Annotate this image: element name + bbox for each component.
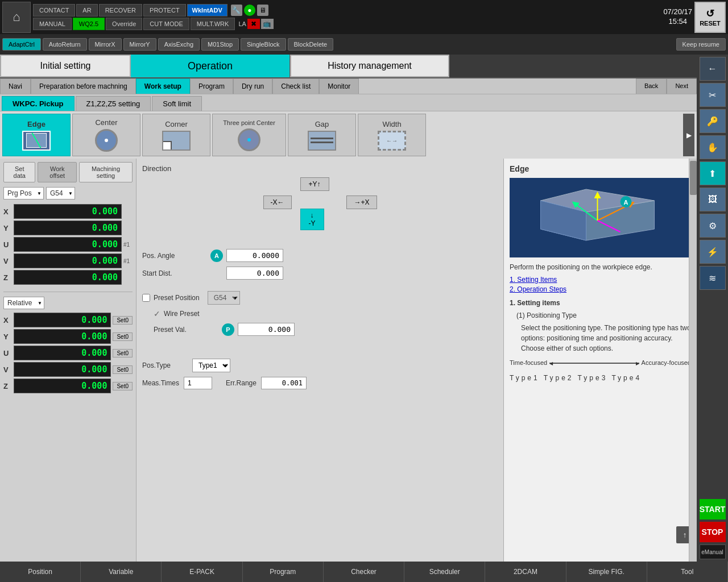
subtab-z-setting[interactable]: Z1,Z2,Z5 setting (76, 96, 151, 111)
pos-type-dropdown[interactable]: Type1 Type2 Type3 Type4 (192, 359, 230, 372)
g54-select-wrap[interactable]: G54 (46, 187, 75, 199)
toolbar-m01stop[interactable]: M01Stop (201, 38, 239, 51)
help-scrollbar-thumb[interactable] (690, 161, 697, 195)
worktype-gap[interactable]: Gap (288, 114, 356, 156)
tab-back[interactable]: Back (636, 78, 667, 94)
preset-g54-select-wrap[interactable]: G54 (208, 291, 240, 305)
toolbar-autoreturn[interactable]: AutoReturn (43, 38, 87, 51)
bottom-program[interactable]: Program (243, 562, 324, 582)
sidebar-key-btn[interactable]: 🔑 (700, 109, 726, 133)
sidebar-wire-btn[interactable]: ≋ (700, 266, 726, 290)
nav-protect[interactable]: PROTECT (143, 4, 186, 16)
tab-checklist[interactable]: Check list (272, 78, 319, 94)
subtab-soft-limit[interactable]: Soft limit (152, 96, 202, 111)
bottom-2dcam[interactable]: 2DCAM (485, 562, 566, 582)
relative-dropdown[interactable]: Relative (3, 297, 44, 309)
rel-value-x: 0.000 (14, 313, 111, 327)
toolbar-keepresume[interactable]: Keep resume (676, 38, 726, 51)
set0-btn-z[interactable]: Set0 (113, 382, 133, 390)
sidebar-cut-btn[interactable]: ✂ (700, 83, 726, 107)
prg-pos-dropdown[interactable]: Prg Pos (3, 187, 44, 199)
pos-type-select-wrap[interactable]: Type1 Type2 Type3 Type4 (192, 359, 230, 372)
worktype-width[interactable]: Width ←→ (358, 114, 426, 156)
tab-dryrun[interactable]: Dry run (233, 78, 272, 94)
nav-manual[interactable]: MANUAL (33, 18, 72, 30)
g54-dropdown[interactable]: G54 (46, 187, 75, 199)
btn-setdata[interactable]: Set data (3, 162, 35, 182)
bottom-simplefig[interactable]: Simple FIG. (566, 562, 647, 582)
set0-btn-u[interactable]: Set0 (113, 349, 133, 357)
toolbar-adaptctrl[interactable]: AdaptCtrl (2, 38, 41, 51)
dir-neg-x-btn[interactable]: -X← (263, 196, 292, 209)
sidebar-settings-btn[interactable]: ⚙ (700, 214, 726, 238)
tab-navi[interactable]: Navi (0, 78, 31, 94)
nav-wkintadv[interactable]: WkIntADV (187, 4, 228, 16)
bottom-scheduler[interactable]: Scheduler (404, 562, 485, 582)
meas-times-input[interactable] (184, 377, 212, 389)
tab-monitor[interactable]: Monitor (319, 78, 359, 94)
reset-icon: ↺ (706, 7, 714, 20)
preset-val-input[interactable] (238, 323, 295, 336)
bottom-epack[interactable]: E-PACK (162, 562, 242, 582)
toolbar-blockdelete[interactable]: BlockDelete (288, 38, 334, 51)
tab-initial-setting[interactable]: Initial setting (0, 55, 131, 77)
worktype-threept[interactable]: Three point Center (212, 114, 286, 156)
btn-machining[interactable]: Machining setting (79, 162, 133, 182)
help-link1[interactable]: 1. Setting Items (510, 276, 691, 284)
set0-btn-v[interactable]: Set0 (113, 365, 133, 374)
err-range-input[interactable] (261, 377, 307, 389)
bottom-position[interactable]: Position (0, 562, 81, 582)
preset-position-checkbox[interactable] (142, 294, 150, 302)
nav-override[interactable]: Override (106, 18, 142, 30)
tool-icon: 🔧 (231, 5, 242, 16)
bottom-checker[interactable]: Checker (324, 562, 404, 582)
nav-wq25[interactable]: WQ2.5 (73, 18, 105, 30)
prg-pos-select-wrap[interactable]: Prg Pos (3, 187, 44, 199)
worktype-center[interactable]: Center (72, 114, 140, 156)
toolbar-singleblock[interactable]: SingleBlock (241, 38, 286, 51)
tab-program[interactable]: Program (190, 78, 233, 94)
dir-pos-y-btn[interactable]: +Y↑ (300, 177, 329, 191)
nav-multwrk[interactable]: MULT.WRK (191, 18, 235, 30)
set0-btn-y[interactable]: Set0 (113, 332, 133, 341)
nav-cutmode[interactable]: CUT MODE (143, 18, 189, 30)
help-scrollbar[interactable] (689, 159, 697, 562)
bottom-variable[interactable]: Variable (81, 562, 162, 582)
monitor-icon: 📺 (261, 19, 274, 29)
start-button[interactable]: START (700, 499, 726, 519)
tab-preparation[interactable]: Preparation before machning (31, 78, 136, 94)
nav-contact[interactable]: CONTACT (33, 4, 75, 16)
nav-ar[interactable]: AR (76, 4, 97, 16)
home-button[interactable]: ⌂ (2, 2, 31, 33)
emanual-button[interactable]: eManual (700, 544, 726, 559)
nav-recover[interactable]: RECOVER (99, 4, 142, 16)
start-dist-input[interactable] (226, 267, 283, 280)
relative-select-wrap[interactable]: Relative (3, 297, 44, 309)
worktype-edge[interactable]: Edge (2, 114, 71, 156)
preset-g54-dropdown[interactable]: G54 (208, 291, 240, 305)
toolbar-axisexchg[interactable]: AxisExchg (158, 38, 200, 51)
toolbar-mirrorx[interactable]: MirrorX (89, 38, 122, 51)
btn-workoffset[interactable]: Work offset (38, 162, 76, 182)
sidebar-arrow-btn[interactable]: ⬆ (700, 161, 726, 185)
dir-pos-x-btn[interactable]: →+X (346, 196, 377, 209)
sidebar-back-btn[interactable]: ← (700, 57, 726, 81)
tab-operation[interactable]: Operation (131, 55, 290, 77)
sidebar-spark-btn[interactable]: ⚡ (700, 240, 726, 264)
worktype-corner[interactable]: Corner (142, 114, 210, 156)
bottom-tool[interactable]: Tool (647, 562, 728, 582)
subtab-wkpc-pickup[interactable]: WKPC. Pickup (2, 96, 75, 111)
worktype-next-btn[interactable]: ▶ (683, 114, 694, 156)
pos-angle-input[interactable] (226, 249, 283, 262)
tab-history[interactable]: History management (290, 55, 449, 77)
sidebar-hand-btn[interactable]: ✋ (700, 135, 726, 159)
tab-next[interactable]: Next (667, 78, 697, 94)
set0-btn-x[interactable]: Set0 (113, 316, 133, 325)
reset-button[interactable]: ↺ RESET (694, 2, 726, 33)
stop-button[interactable]: STOP (700, 522, 726, 542)
help-link2[interactable]: 2. Operation Steps (510, 285, 691, 293)
tab-worksetup[interactable]: Work setup (136, 78, 190, 94)
toolbar-mirrory[interactable]: MirrorY (123, 38, 156, 51)
sidebar-img-btn[interactable]: 🖼 (700, 188, 726, 211)
dir-neg-y-btn[interactable]: ↓-Y (300, 209, 324, 230)
